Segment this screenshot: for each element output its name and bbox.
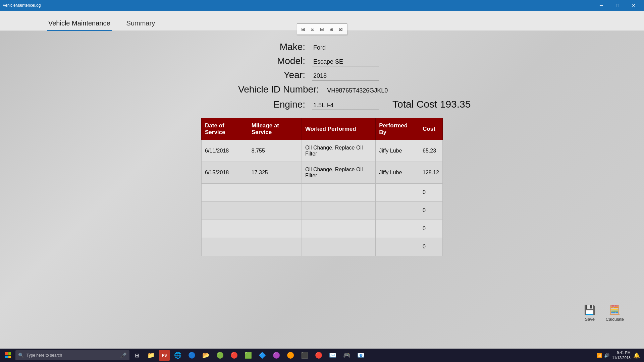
model-input[interactable] bbox=[312, 58, 379, 66]
cell-work-4[interactable] bbox=[302, 220, 375, 238]
taskbar-app-7[interactable]: 🟩 bbox=[241, 349, 255, 362]
svg-rect-0 bbox=[5, 352, 8, 355]
table-row: 6/15/201817.325Oil Change, Replace Oil F… bbox=[202, 162, 443, 183]
taskbar-app-ie[interactable]: 🔵 bbox=[185, 349, 199, 362]
service-table: Date of Service Mileage at Service Worke… bbox=[201, 118, 443, 256]
cell-by-1[interactable]: Jiffy Lube bbox=[376, 162, 419, 183]
cell-mileage-5[interactable] bbox=[248, 238, 302, 256]
taskbar-app-chrome[interactable]: 🔴 bbox=[227, 349, 241, 362]
notification-icon[interactable]: 🔔 bbox=[633, 352, 640, 359]
save-button[interactable]: 💾 Save bbox=[584, 304, 596, 322]
cell-cost-5[interactable]: 0 bbox=[419, 238, 443, 256]
cell-work-0[interactable]: Oil Change, Replace Oil Filter bbox=[302, 140, 375, 162]
col-header-date: Date of Service bbox=[202, 118, 248, 140]
toolbar-btn-2[interactable]: ⊡ bbox=[309, 25, 317, 33]
save-icon: 💾 bbox=[584, 304, 596, 315]
title-bar: VehicleMaintencel.og ─ □ ✕ bbox=[0, 0, 644, 11]
tab-summary[interactable]: Summary bbox=[125, 11, 157, 31]
cell-mileage-3[interactable] bbox=[248, 201, 302, 220]
engine-row: Engine: Total Cost 193.35 bbox=[238, 99, 406, 110]
taskbar-app-11[interactable]: ⬛ bbox=[298, 349, 311, 362]
model-label: Model: bbox=[238, 56, 312, 66]
cell-date-3[interactable] bbox=[202, 201, 248, 220]
app-title: VehicleMaintencel.og bbox=[3, 3, 41, 8]
toolbar-icons: ⊞ ⊡ ⊟ ⊞ ⊠ bbox=[297, 23, 347, 35]
restore-button[interactable]: □ bbox=[610, 0, 625, 11]
taskbar-app-edge[interactable]: 🌐 bbox=[171, 349, 184, 362]
toolbar-btn-1[interactable]: ⊞ bbox=[299, 25, 307, 33]
cell-date-2[interactable] bbox=[202, 183, 248, 201]
taskbar-app-2[interactable]: PS bbox=[159, 350, 170, 361]
year-row: Year: bbox=[238, 70, 406, 80]
search-icon: 🔍 bbox=[18, 353, 24, 358]
toolbar-btn-4[interactable]: ⊞ bbox=[327, 25, 335, 33]
col-header-by: Performed By bbox=[376, 118, 419, 140]
cell-date-4[interactable] bbox=[202, 220, 248, 238]
cell-mileage-1[interactable]: 17.325 bbox=[248, 162, 302, 183]
col-header-mileage: Mileage at Service bbox=[248, 118, 302, 140]
engine-input[interactable] bbox=[312, 101, 379, 110]
cell-cost-1[interactable]: 128.12 bbox=[419, 162, 443, 183]
year-input[interactable] bbox=[312, 72, 379, 80]
calculate-button[interactable]: 🧮 Calculate bbox=[606, 304, 624, 322]
col-header-cost: Cost bbox=[419, 118, 443, 140]
col-header-work: Worked Performed bbox=[302, 118, 375, 140]
cell-cost-3[interactable]: 0 bbox=[419, 201, 443, 220]
task-view-button[interactable]: ⊞ bbox=[130, 349, 144, 362]
taskbar: 🔍 Type here to search 🎤 ⊞ 📁 PS 🌐 🔵 📂 🟢 🔴… bbox=[0, 349, 644, 362]
year-label: Year: bbox=[238, 70, 312, 80]
cell-work-2[interactable] bbox=[302, 183, 375, 201]
make-input[interactable] bbox=[312, 44, 379, 52]
start-button[interactable] bbox=[1, 349, 15, 362]
bottom-buttons: 💾 Save 🧮 Calculate bbox=[584, 304, 624, 322]
volume-icon: 🔊 bbox=[604, 353, 609, 358]
taskbar-app-8[interactable]: 🔷 bbox=[256, 349, 269, 362]
taskbar-app-mail[interactable]: ✉️ bbox=[326, 349, 339, 362]
taskbar-app-10[interactable]: 🟠 bbox=[284, 349, 297, 362]
table-row: 6/11/20188.755Oil Change, Replace Oil Fi… bbox=[202, 140, 443, 162]
vin-input[interactable] bbox=[326, 86, 393, 95]
vin-label: Vehicle ID Number: bbox=[238, 84, 326, 95]
cell-cost-4[interactable]: 0 bbox=[419, 220, 443, 238]
cell-by-2[interactable] bbox=[376, 183, 419, 201]
cell-cost-2[interactable]: 0 bbox=[419, 183, 443, 201]
vehicle-info: Make: Model: Year: Vehicle ID Number: En… bbox=[238, 42, 406, 113]
taskbar-app-steam[interactable]: 🎮 bbox=[340, 349, 354, 362]
clock: 9:41 PM 11/12/2018 bbox=[612, 350, 631, 361]
voice-search-icon[interactable]: 🎤 bbox=[120, 352, 127, 359]
cell-by-5[interactable] bbox=[376, 238, 419, 256]
taskbar-app-folder[interactable]: 📂 bbox=[199, 349, 213, 362]
svg-rect-1 bbox=[8, 352, 11, 355]
taskbar-app-green[interactable]: 🟢 bbox=[213, 349, 227, 362]
cell-mileage-2[interactable] bbox=[248, 183, 302, 201]
cell-date-1[interactable]: 6/15/2018 bbox=[202, 162, 248, 183]
tab-vehicle-maintenance[interactable]: Vehicle Maintenance bbox=[47, 11, 112, 31]
main-content: Vehicle Maintenance Summary ⊞ ⊡ ⊟ ⊞ ⊠ Ma… bbox=[0, 11, 644, 349]
cell-work-5[interactable] bbox=[302, 238, 375, 256]
taskbar-search[interactable]: 🔍 Type here to search 🎤 bbox=[15, 350, 129, 360]
taskbar-app-explorer[interactable]: 📁 bbox=[144, 349, 158, 362]
close-button[interactable]: ✕ bbox=[626, 0, 641, 11]
make-label: Make: bbox=[238, 42, 312, 52]
total-cost-display: Total Cost 193.35 bbox=[392, 99, 471, 110]
cell-by-0[interactable]: Jiffy Lube bbox=[376, 140, 419, 162]
model-row: Model: bbox=[238, 56, 406, 66]
cell-mileage-4[interactable] bbox=[248, 220, 302, 238]
taskbar-app-9[interactable]: 🟣 bbox=[270, 349, 283, 362]
taskbar-app-12[interactable]: 🔴 bbox=[312, 349, 325, 362]
cell-work-3[interactable] bbox=[302, 201, 375, 220]
engine-label: Engine: bbox=[238, 99, 312, 110]
minimize-button[interactable]: ─ bbox=[594, 0, 609, 11]
cell-by-3[interactable] bbox=[376, 201, 419, 220]
cell-date-5[interactable] bbox=[202, 238, 248, 256]
cell-mileage-0[interactable]: 8.755 bbox=[248, 140, 302, 162]
toolbar-btn-5[interactable]: ⊠ bbox=[337, 25, 345, 33]
toolbar-btn-3[interactable]: ⊟ bbox=[318, 25, 326, 33]
cell-by-4[interactable] bbox=[376, 220, 419, 238]
window-controls: ─ □ ✕ bbox=[594, 0, 641, 11]
taskbar-app-last[interactable]: 📧 bbox=[354, 349, 368, 362]
cell-work-1[interactable]: Oil Change, Replace Oil Filter bbox=[302, 162, 375, 183]
cell-date-0[interactable]: 6/11/2018 bbox=[202, 140, 248, 162]
cell-cost-0[interactable]: 65.23 bbox=[419, 140, 443, 162]
make-row: Make: bbox=[238, 42, 406, 52]
